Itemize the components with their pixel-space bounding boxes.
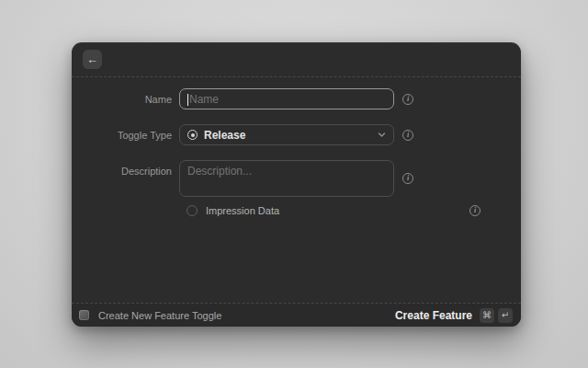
text-cursor	[187, 94, 188, 106]
name-input[interactable]	[187, 93, 386, 106]
description-row: Description i	[72, 160, 521, 197]
back-arrow-icon: ←	[86, 53, 98, 65]
description-field	[179, 160, 394, 197]
name-info-icon[interactable]: i	[402, 94, 413, 105]
impression-data-row: Impression Data i	[72, 205, 521, 216]
command-title: Create New Feature Toggle	[98, 310, 221, 321]
chevron-down-icon	[378, 131, 386, 139]
back-button[interactable]: ←	[83, 50, 102, 69]
create-feature-button[interactable]: Create Feature ⌘ ↵	[395, 308, 513, 323]
name-label: Name	[72, 94, 179, 105]
release-target-icon	[187, 130, 198, 140]
impression-data-info-icon[interactable]: i	[469, 205, 481, 216]
return-key-icon: ↵	[498, 308, 513, 323]
form: Name i Toggle Type Release i Description	[72, 77, 521, 216]
description-info-icon[interactable]: i	[402, 173, 413, 184]
window-header: ←	[72, 42, 521, 77]
description-input[interactable]	[187, 165, 386, 192]
impression-data-label: Impression Data	[206, 205, 279, 216]
toggle-type-dropdown[interactable]: Release	[179, 124, 394, 145]
impression-data-checkbox[interactable]	[187, 205, 198, 216]
create-feature-label: Create Feature	[395, 309, 472, 322]
description-label: Description	[72, 160, 179, 177]
toggle-type-value: Release	[204, 129, 371, 142]
action-bar: Create New Feature Toggle Create Feature…	[72, 303, 521, 327]
command-key-icon: ⌘	[480, 308, 494, 323]
toggle-type-label: Toggle Type	[72, 130, 179, 141]
create-feature-toggle-window: ← Name i Toggle Type Release i Descrip	[72, 42, 521, 327]
extension-icon	[79, 310, 89, 320]
toggle-type-row: Toggle Type Release i	[72, 124, 521, 145]
name-row: Name i	[72, 88, 521, 109]
toggle-type-info-icon[interactable]: i	[402, 130, 413, 141]
name-field	[179, 88, 394, 109]
